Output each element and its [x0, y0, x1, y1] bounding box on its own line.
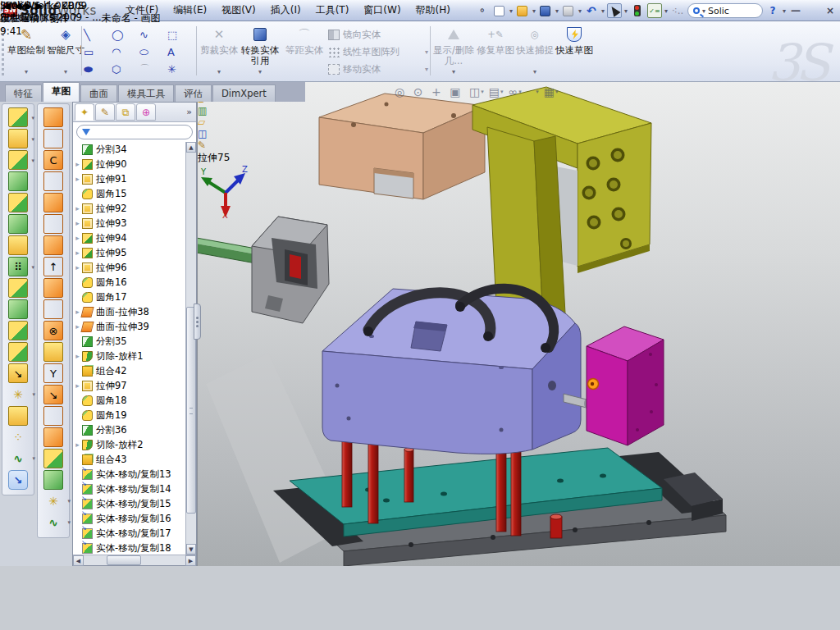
view-tool-icon[interactable]: ▣▾: [450, 85, 464, 98]
tree-item[interactable]: ▸ 实体-移动/复制16: [73, 511, 186, 526]
scroll-left-button[interactable]: ◀: [73, 555, 84, 566]
mirror-entities-button[interactable]: 镜向实体: [328, 26, 428, 43]
expand-arrow-icon[interactable]: ▸: [73, 204, 82, 212]
view-tool-icon[interactable]: ◎▾: [395, 85, 409, 98]
tree-item[interactable]: ▸ 圆角17: [73, 290, 186, 304]
dropdown-arrow-icon[interactable]: ▾: [555, 7, 559, 15]
overflow-icon[interactable]: ⁖..: [670, 3, 685, 18]
rapid-sketch-button[interactable]: 快速草图: [555, 23, 594, 79]
feature-tool-icon[interactable]: ↘: [8, 363, 28, 383]
tree-item[interactable]: ▸ 实体-移动/复制13: [73, 467, 186, 482]
dropdown-arrow-icon[interactable]: ▾: [509, 7, 513, 15]
tree-item[interactable]: ▸ 组合42: [73, 363, 186, 378]
tree-item[interactable]: ▸ 实体-移动/复制18: [73, 541, 186, 555]
sketch-entity-button[interactable]: ◠: [112, 43, 139, 61]
dropdown-arrow-icon[interactable]: ▾: [258, 66, 262, 79]
display-delete-relations-button[interactable]: 显示/删除几...▾: [433, 23, 474, 79]
tree-item[interactable]: ▸ 实体-移动/复制15: [73, 496, 186, 511]
help-button[interactable]: ?: [765, 3, 780, 18]
view-tool-icon[interactable]: ▾: [527, 89, 531, 95]
menu-item[interactable]: 工具(T): [308, 0, 357, 21]
save-button[interactable]: [538, 3, 553, 18]
feature-tool-icon[interactable]: ✳: [8, 385, 28, 404]
undo-button[interactable]: ↶: [584, 3, 599, 18]
expand-arrow-icon[interactable]: ▸: [73, 175, 82, 183]
expand-arrow-icon[interactable]: ▸: [73, 219, 82, 227]
expand-arrow-icon[interactable]: ▸: [73, 381, 82, 390]
menu-item[interactable]: 编辑(E): [166, 0, 214, 21]
surface-tool-icon[interactable]: [43, 406, 63, 426]
ribbon-tab[interactable]: 模具工具: [118, 84, 174, 102]
quick-snap-button[interactable]: ◎ 快速捕捉▾: [515, 23, 555, 79]
dropdown-arrow-icon[interactable]: ▾: [425, 66, 428, 73]
dropdown-arrow-icon[interactable]: ▾: [624, 7, 628, 15]
panel-splitter-handle[interactable]: [194, 304, 201, 340]
tree-item[interactable]: ▸ 曲面-拉伸38: [73, 304, 186, 319]
tree-item[interactable]: ▸ 拉伸96: [73, 260, 186, 275]
scroll-down-button[interactable]: ▼: [186, 544, 196, 555]
new-file-button[interactable]: [492, 3, 507, 18]
view-tool-icon[interactable]: ▾: [535, 89, 539, 95]
tree-item[interactable]: ▸ 实体-移动/复制14: [73, 482, 186, 496]
feature-tool-icon[interactable]: [8, 107, 28, 127]
trim-entities-button[interactable]: ✕ 剪裁实体▾: [199, 23, 239, 79]
tree-item[interactable]: ▸ 拉伸93: [73, 216, 186, 231]
scroll-up-button[interactable]: ▲: [186, 142, 196, 153]
expand-arrow-icon[interactable]: ▸: [73, 263, 82, 272]
sketch-entity-button[interactable]: ⬚: [167, 26, 195, 43]
dropdown-arrow-icon[interactable]: ▾: [425, 48, 428, 56]
restore-button[interactable]: [806, 3, 820, 18]
move-entities-button[interactable]: 移动实体▾: [328, 61, 428, 78]
view-tool-icon[interactable]: ▦▾: [544, 85, 559, 98]
feature-tool-icon[interactable]: [8, 171, 28, 191]
ribbon-tab[interactable]: DimXpert: [212, 84, 276, 102]
ribbon-tab[interactable]: 曲面: [80, 84, 117, 102]
expand-arrow-icon[interactable]: ▸: [73, 249, 82, 257]
expand-arrow-icon[interactable]: ▸: [73, 352, 82, 360]
expand-arrow-icon[interactable]: ▸: [73, 234, 82, 242]
surface-tool-icon[interactable]: ⊗: [43, 321, 63, 340]
dimxpert-manager-tab[interactable]: ⊕: [136, 103, 156, 121]
surface-tool-icon[interactable]: [43, 171, 63, 191]
tree-horizontal-scrollbar[interactable]: ◀ ▶: [73, 555, 196, 565]
surface-tool-icon[interactable]: C: [43, 150, 63, 170]
tree-item[interactable]: ▸ 分割35: [73, 334, 186, 349]
surface-tool-icon[interactable]: [43, 107, 63, 127]
menu-item[interactable]: 窗口(W): [356, 0, 408, 21]
dropdown-arrow-icon[interactable]: ▾: [702, 7, 705, 15]
surface-tool-icon[interactable]: [43, 235, 63, 255]
model-gray-insert[interactable]: [252, 217, 329, 323]
repair-sketch-button[interactable]: +✎ 修复草图: [476, 23, 515, 79]
dropdown-arrow-icon[interactable]: ▾: [217, 66, 221, 79]
taskbar-window-button[interactable]: SolidWorks 2009 - ...: [0, 11, 102, 25]
surface-tool-icon[interactable]: [43, 427, 63, 447]
surface-tool-icon[interactable]: [43, 470, 63, 490]
graphics-viewport[interactable]: ◎▾⊙▾+▾▣▾◫▾▤▾∞▾▾▾▦▾ — × ⌂ ▥ ▱ ◫ ✎ 拉伸75: [197, 82, 840, 566]
feature-tool-icon[interactable]: ↘: [8, 470, 28, 490]
dropdown-arrow-icon[interactable]: ▾: [533, 66, 536, 79]
dropdown-arrow-icon[interactable]: ▾: [64, 66, 67, 79]
print-button[interactable]: [561, 3, 576, 18]
surface-tool-icon[interactable]: ✳: [43, 491, 63, 511]
taskbar-clock[interactable]: 9:41: [0, 25, 22, 37]
feature-tool-icon[interactable]: ⁘: [8, 427, 28, 447]
scroll-thumb[interactable]: [107, 555, 141, 565]
surface-tool-icon[interactable]: [43, 449, 63, 468]
rebuild-button[interactable]: [630, 3, 645, 18]
dropdown-arrow-icon[interactable]: ▾: [783, 7, 786, 15]
feature-tool-icon[interactable]: [8, 129, 28, 148]
feature-tool-icon[interactable]: [8, 342, 28, 362]
view-tool-icon[interactable]: ▤▾: [489, 85, 504, 98]
options-button[interactable]: ✓≡: [647, 3, 662, 18]
search-input[interactable]: Solic: [708, 6, 729, 16]
sketch-entity-button[interactable]: ⌒: [139, 61, 167, 78]
surface-tool-icon[interactable]: Y: [43, 363, 63, 383]
tree-item[interactable]: ▸ 分割34: [73, 142, 186, 157]
sketch-entity-button[interactable]: A: [167, 43, 195, 61]
dropdown-arrow-icon[interactable]: ▾: [532, 7, 536, 15]
feature-tool-icon[interactable]: ⠿: [8, 257, 28, 276]
open-file-button[interactable]: [515, 3, 530, 18]
expand-arrow-icon[interactable]: ▸: [73, 160, 82, 168]
tree-item[interactable]: ▸ 拉伸92: [73, 201, 186, 216]
tree-item[interactable]: ▸ 切除-放样1: [73, 349, 186, 363]
